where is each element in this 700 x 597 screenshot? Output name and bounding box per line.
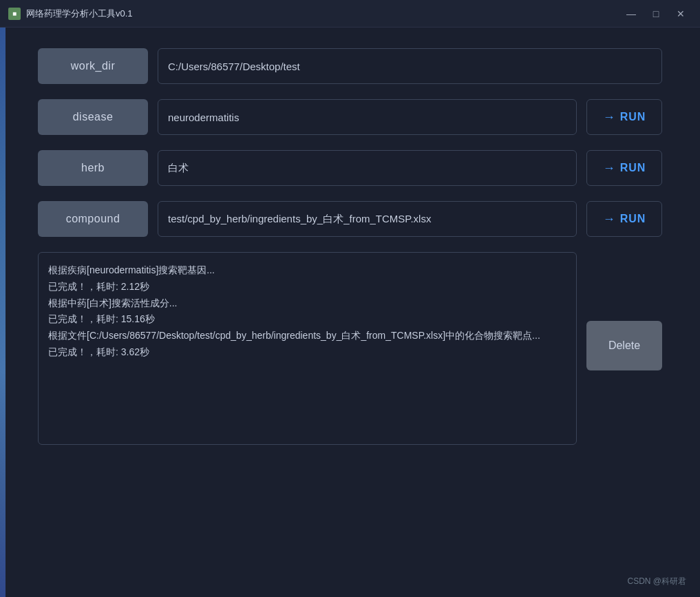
work-dir-row: work_dir: [38, 48, 662, 84]
compound-run-button[interactable]: → RUN: [586, 201, 662, 237]
compound-row: compound → RUN: [38, 201, 662, 237]
disease-run-label: RUN: [620, 111, 646, 123]
disease-row: disease → RUN: [38, 99, 662, 135]
herb-button[interactable]: herb: [38, 150, 148, 186]
compound-input[interactable]: [158, 201, 577, 237]
log-textarea[interactable]: [38, 252, 577, 445]
herb-row: herb → RUN: [38, 150, 662, 186]
compound-button[interactable]: compound: [38, 201, 148, 237]
watermark: CSDN @科研君: [627, 576, 686, 587]
disease-run-button[interactable]: → RUN: [586, 99, 662, 135]
app-icon: ■: [8, 8, 21, 20]
herb-run-button[interactable]: → RUN: [586, 150, 662, 186]
delete-button[interactable]: Delete: [586, 321, 662, 370]
disease-input[interactable]: [158, 99, 577, 135]
close-button[interactable]: ✕: [670, 4, 692, 23]
herb-run-label: RUN: [620, 162, 646, 174]
herb-run-arrow: →: [603, 161, 616, 176]
herb-input[interactable]: [158, 150, 577, 186]
log-container: Delete: [38, 252, 662, 445]
work-dir-input[interactable]: [158, 48, 662, 84]
compound-run-label: RUN: [620, 213, 646, 225]
compound-run-arrow: →: [603, 212, 616, 227]
window-controls: — □ ✕: [620, 4, 692, 23]
disease-button[interactable]: disease: [38, 99, 148, 135]
sidebar-accent: [0, 28, 6, 597]
disease-run-arrow: →: [603, 110, 616, 125]
title-bar: ■ 网络药理学分析小工具v0.1 — □ ✕: [0, 0, 700, 28]
minimize-button[interactable]: —: [620, 4, 642, 23]
title-bar-left: ■ 网络药理学分析小工具v0.1: [8, 8, 133, 20]
main-content: work_dir disease → RUN herb → RUN compou…: [0, 28, 700, 465]
maximize-button[interactable]: □: [645, 4, 667, 23]
app-title: 网络药理学分析小工具v0.1: [26, 8, 133, 20]
work-dir-button[interactable]: work_dir: [38, 48, 148, 84]
